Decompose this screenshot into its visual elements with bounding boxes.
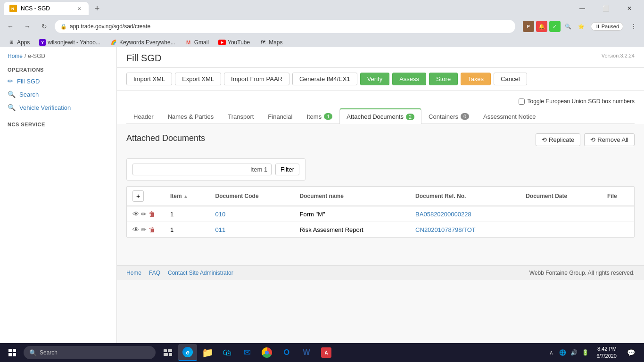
- delete-icon-row1[interactable]: 🗑: [149, 210, 155, 218]
- maximize-button[interactable]: ⬜: [595, 2, 617, 15]
- store-button[interactable]: Store: [429, 73, 458, 85]
- cancel-button[interactable]: Cancel: [494, 73, 527, 85]
- outlook-taskbar-icon[interactable]: O: [277, 344, 296, 361]
- bookmark-keywords[interactable]: 🌈 Keywords Everywhe...: [106, 38, 179, 47]
- filter-button[interactable]: Filter: [275, 164, 299, 175]
- taskbar-search[interactable]: 🔍 Search: [24, 346, 156, 359]
- edit-icon-row1[interactable]: ✏: [141, 210, 147, 218]
- reload-button[interactable]: ↻: [38, 20, 51, 33]
- import-paar-button[interactable]: Import From PAAR: [224, 73, 289, 85]
- bookmark-keywords-label: Keywords Everywhe...: [119, 39, 175, 46]
- row-2-doc-ref: CN20201078798/TOT: [410, 222, 520, 238]
- breadcrumb-home[interactable]: Home: [8, 53, 23, 59]
- ext-icon-1[interactable]: P: [523, 21, 534, 32]
- edit-icon-row2[interactable]: ✏: [141, 226, 147, 233]
- verify-button[interactable]: Verify: [360, 73, 390, 85]
- mail-taskbar-icon[interactable]: ✉: [238, 344, 256, 361]
- back-button[interactable]: ←: [4, 20, 17, 33]
- tab-assessment[interactable]: Assessment Notice: [476, 108, 543, 124]
- task-view-button[interactable]: [158, 344, 177, 361]
- footer-contact-link[interactable]: Contact Site Administrator: [168, 270, 233, 276]
- word-taskbar-icon[interactable]: W: [297, 344, 316, 361]
- view-icon-row2[interactable]: 👁: [132, 226, 139, 233]
- ext-icon-4[interactable]: 🔍: [562, 21, 574, 32]
- svg-rect-5: [169, 353, 172, 356]
- taskbar-icons: e 📁 🛍 ✉ O W A: [158, 344, 336, 361]
- sidebar-item-search[interactable]: 🔍 Search: [0, 88, 116, 101]
- edge-taskbar-icon[interactable]: e: [178, 344, 197, 361]
- tab-favicon: N: [9, 5, 17, 12]
- bookmark-youtube[interactable]: ▶ YouTube: [215, 38, 254, 47]
- new-tab-button[interactable]: +: [91, 2, 104, 15]
- generate-button[interactable]: Generate IM4/EX1: [292, 73, 357, 85]
- add-row-button[interactable]: +: [132, 190, 144, 202]
- eu-toggle-checkbox[interactable]: [519, 99, 525, 105]
- item-filter-input[interactable]: [132, 164, 272, 175]
- forward-button[interactable]: →: [21, 20, 34, 33]
- tab-attached-documents[interactable]: Attached Documents 2: [339, 108, 421, 124]
- ext-icon-3[interactable]: ✓: [549, 21, 561, 32]
- folder-icon: 📁: [202, 347, 214, 358]
- system-clock[interactable]: 8:42 PM 6/7/2020: [593, 346, 620, 360]
- url-input[interactable]: 🔒 app.trade.gov.ng/sgd/sad/create: [55, 20, 515, 33]
- tray-network-icon[interactable]: 🌐: [558, 348, 567, 357]
- sidebar-item-fill-sgd[interactable]: ✏ Fill SGD: [0, 74, 116, 88]
- start-button[interactable]: [2, 344, 23, 361]
- tab-header[interactable]: Header: [126, 108, 161, 124]
- vehicle-label: Vehicle Verification: [19, 104, 71, 111]
- replicate-button[interactable]: ⟲ Replicate: [536, 133, 580, 146]
- nav-tabs: Header Names & Parties Transport Financi…: [126, 108, 635, 124]
- tab-close-button[interactable]: ✕: [75, 5, 83, 12]
- col-doc-name[interactable]: Document name: [294, 187, 410, 206]
- eu-toggle-label: Toggle European Union SGD box numbers: [528, 98, 635, 105]
- tray-chevron[interactable]: ∧: [546, 348, 556, 357]
- tab-transport-label: Transport: [228, 113, 254, 120]
- page-title: Fill SGD: [126, 53, 161, 64]
- col-file[interactable]: File: [602, 187, 634, 206]
- bookmark-gmail[interactable]: M Gmail: [181, 38, 213, 47]
- tab-transport[interactable]: Transport: [221, 108, 261, 124]
- clock-time: 8:42 PM: [596, 346, 617, 353]
- close-button[interactable]: ✕: [619, 2, 640, 15]
- file-explorer-icon[interactable]: 📁: [198, 344, 217, 361]
- taxes-button[interactable]: Taxes: [461, 73, 491, 85]
- tab-names-parties[interactable]: Names & Parties: [161, 108, 221, 124]
- footer-faq-link[interactable]: FAQ: [149, 270, 160, 276]
- tab-containers[interactable]: Containers 0: [421, 108, 476, 124]
- col-item[interactable]: Item ▲: [165, 187, 210, 206]
- bookmark-yahoo[interactable]: Y wilsonjewit - Yahoo...: [35, 38, 104, 47]
- col-doc-date[interactable]: Document Date: [520, 187, 602, 206]
- tray-battery-icon[interactable]: 🔋: [580, 348, 590, 357]
- row-1-action-buttons: 👁 ✏ 🗑: [132, 210, 159, 218]
- export-xml-button[interactable]: Export XML: [175, 73, 221, 85]
- remove-all-button[interactable]: ⟲ Remove All: [584, 133, 635, 146]
- ext-icon-5[interactable]: ⭐: [576, 21, 587, 32]
- acrobat-taskbar-icon[interactable]: A: [317, 344, 336, 361]
- bookmark-apps[interactable]: ⊞ Apps: [4, 38, 33, 47]
- store-taskbar-icon[interactable]: 🛍: [218, 344, 237, 361]
- col-doc-name-label: Document name: [300, 193, 344, 199]
- delete-icon-row2[interactable]: 🗑: [149, 226, 155, 233]
- menu-button[interactable]: ⋮: [627, 20, 640, 33]
- bookmark-maps[interactable]: 🗺 Maps: [256, 38, 286, 47]
- chrome-taskbar-icon[interactable]: [257, 344, 276, 361]
- paused-button[interactable]: ⏸ Paused: [591, 22, 623, 31]
- replicate-icon: ⟲: [542, 136, 547, 143]
- tab-items[interactable]: Items 1: [299, 108, 339, 124]
- row-2-doc-name: Risk Assesment Report: [294, 222, 410, 238]
- view-icon-row1[interactable]: 👁: [132, 210, 139, 218]
- ext-icon-2[interactable]: 🔔: [536, 21, 547, 32]
- tab-financial[interactable]: Financial: [261, 108, 299, 124]
- minimize-button[interactable]: —: [571, 2, 593, 15]
- import-xml-button[interactable]: Import XML: [126, 73, 172, 85]
- active-tab[interactable]: N NCS - SGD ✕: [4, 2, 89, 15]
- sidebar-item-vehicle[interactable]: 🔍 Vehicle Verification: [0, 101, 116, 114]
- system-tray: ∧ 🌐 🔊 🔋 8:42 PM 6/7/2020 💬: [546, 344, 642, 361]
- assess-button[interactable]: Assess: [392, 73, 426, 85]
- tab-attached-label: Attached Documents: [347, 113, 404, 120]
- col-doc-code[interactable]: Document Code: [210, 187, 294, 206]
- tray-volume-icon[interactable]: 🔊: [569, 348, 578, 357]
- footer-home-link[interactable]: Home: [126, 270, 141, 276]
- notification-button[interactable]: 💬: [623, 344, 638, 361]
- col-doc-ref[interactable]: Document Ref. No.: [410, 187, 520, 206]
